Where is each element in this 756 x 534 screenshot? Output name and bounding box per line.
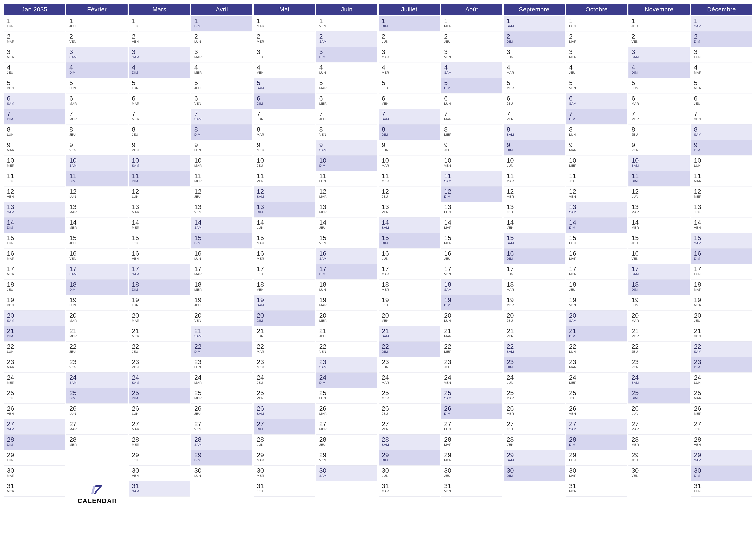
- day-number: 14: [7, 219, 63, 226]
- day-number: 28: [132, 436, 188, 443]
- day-cell: 1JEU: [129, 16, 190, 32]
- day-number: 26: [694, 405, 750, 412]
- day-number: 25: [257, 389, 313, 396]
- day-number: 29: [507, 451, 563, 458]
- day-number: 29: [257, 451, 313, 458]
- day-cell: 10VEN: [441, 156, 502, 171]
- day-number: 18: [132, 281, 188, 288]
- day-of-week-abbr: MAR: [194, 381, 250, 384]
- day-cell: 3SAM: [129, 47, 190, 63]
- day-number: 25: [7, 389, 63, 396]
- day-number: 7: [7, 110, 63, 117]
- day-cell: 27MAR: [67, 419, 127, 435]
- day-of-week-abbr: MAR: [507, 179, 563, 183]
- day-of-week-abbr: LUN: [194, 257, 250, 260]
- month-column: Mai1MAR2MER3JEU4VEN5SAM6DIM7LUN8MAR9MER1…: [254, 4, 315, 530]
- month-column: Octobre1LUN2MAR3MER4JEU5VEN6SAM7DIM8LUN9…: [566, 4, 627, 530]
- day-cell: 16MAR: [566, 248, 627, 264]
- day-cell: 23SAM: [316, 357, 377, 372]
- day-cell: 13MAR: [67, 202, 127, 217]
- day-number: 26: [194, 405, 250, 412]
- day-of-week-abbr: MER: [444, 24, 500, 28]
- day-cell: 1LUN: [4, 16, 65, 32]
- day-of-week-abbr: MER: [319, 102, 375, 105]
- day-cell: 20DIM: [254, 311, 315, 326]
- day-cell: 21JEU: [316, 326, 377, 342]
- day-of-week-abbr: MER: [194, 288, 250, 291]
- day-cell: 10JEU: [254, 156, 315, 171]
- day-number: 25: [507, 389, 563, 396]
- day-cell: 22JEU: [629, 342, 689, 357]
- day-number: 10: [694, 157, 750, 164]
- day-number: 18: [7, 281, 63, 288]
- day-cell: 5DIM: [441, 78, 502, 93]
- day-cell: 17SAM: [129, 264, 190, 279]
- day-cell: 26SAM: [254, 403, 315, 419]
- day-of-week-abbr: VEN: [319, 458, 375, 462]
- day-cell: 20VEN: [191, 311, 252, 326]
- month-days: 1DIM2LUN3MAR4MER5JEU6VEN7SAM8DIM9LUN10MA…: [379, 16, 440, 530]
- day-of-week-abbr: DIM: [382, 350, 438, 353]
- day-cell: 25LUN: [316, 388, 377, 403]
- day-cell: 26VEN: [566, 403, 627, 419]
- day-number: 24: [194, 374, 250, 381]
- day-cell: 12MAR: [316, 187, 377, 202]
- day-number: 13: [319, 203, 375, 210]
- month-header: Octobre: [566, 4, 627, 15]
- day-of-week-abbr: DIM: [319, 272, 375, 276]
- day-cell: 14SAM: [379, 217, 440, 233]
- day-cell: 30DIM: [691, 466, 752, 481]
- day-cell: 4JEU: [4, 63, 65, 78]
- day-cell: 12SAM: [254, 187, 315, 202]
- month-header: Août: [441, 4, 502, 15]
- day-of-week-abbr: JEU: [319, 334, 375, 338]
- day-of-week-abbr: JEU: [444, 39, 500, 43]
- day-of-week-abbr: MAR: [194, 55, 250, 59]
- day-number: 31: [444, 482, 500, 490]
- day-number: 19: [569, 296, 625, 303]
- day-number: 12: [507, 188, 563, 195]
- day-cell: 11DIM: [629, 171, 689, 187]
- day-cell: 17VEN: [441, 264, 502, 279]
- day-of-week-abbr: JEU: [694, 319, 750, 322]
- day-cell: 24LUN: [504, 372, 565, 388]
- day-number: 29: [569, 451, 625, 458]
- day-cell: 5JEU: [191, 78, 252, 93]
- day-number: 24: [382, 374, 438, 381]
- day-of-week-abbr: SAM: [507, 350, 563, 353]
- day-of-week-abbr: JEU: [507, 102, 563, 105]
- day-cell: 21MAR: [441, 326, 502, 342]
- day-of-week-abbr: DIM: [632, 396, 688, 400]
- month-header: Mai: [254, 4, 315, 15]
- day-of-week-abbr: MAR: [319, 303, 375, 307]
- day-number: 12: [444, 188, 500, 195]
- day-number: 11: [7, 172, 63, 179]
- day-of-week-abbr: SAM: [382, 117, 438, 121]
- day-cell: 19VEN: [566, 295, 627, 311]
- day-number: 22: [319, 343, 375, 350]
- day-number: 18: [507, 281, 563, 288]
- day-cell: 29MER: [441, 450, 502, 466]
- day-number: 26: [569, 405, 625, 412]
- day-cell: 14DIM: [4, 217, 65, 233]
- day-number: 10: [507, 157, 563, 164]
- day-cell: 22SAM: [691, 342, 752, 357]
- day-cell: 10LUN: [691, 156, 752, 171]
- day-number: 14: [632, 219, 688, 226]
- day-of-week-abbr: MER: [632, 117, 688, 121]
- month-column: Juin1VEN2SAM3DIM4LUN5MAR6MER7JEU8VEN9SAM…: [316, 4, 377, 530]
- day-number: 1: [257, 17, 313, 24]
- day-of-week-abbr: MAR: [194, 272, 250, 276]
- day-of-week-abbr: JEU: [694, 427, 750, 431]
- day-number: 29: [319, 451, 375, 458]
- day-cell: 1LUN: [566, 16, 627, 32]
- day-number: 14: [694, 219, 750, 226]
- day-of-week-abbr: SAM: [569, 319, 625, 322]
- day-of-week-abbr: VEN: [694, 334, 750, 338]
- day-cell: 5LUN: [129, 78, 190, 93]
- day-of-week-abbr: SAM: [694, 458, 750, 462]
- day-of-week-abbr: SAM: [257, 86, 313, 90]
- day-number: 13: [257, 203, 313, 210]
- day-cell: 9LUN: [379, 140, 440, 156]
- day-of-week-abbr: DIM: [194, 24, 250, 28]
